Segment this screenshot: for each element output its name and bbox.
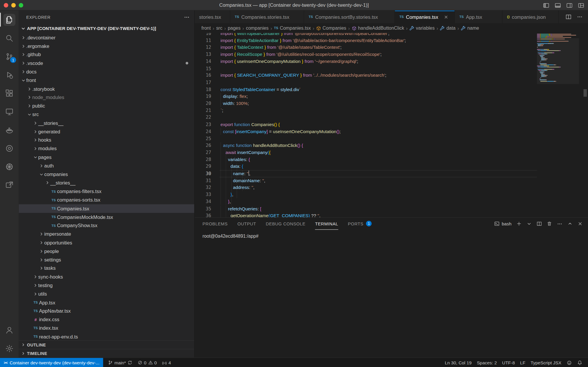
code-line[interactable]: const StyledTableContainer = styled.div`: [220, 86, 535, 93]
panel-more-actions-icon[interactable]: [557, 221, 562, 227]
breadcrumb-item-pages[interactable]: pages: [228, 26, 240, 31]
code-line[interactable]: import { WithTopBarContainer } from '@/u…: [220, 33, 535, 37]
tree-folder-pages[interactable]: pages: [19, 153, 194, 162]
code-line[interactable]: display: flex;: [220, 93, 535, 100]
new-terminal-icon[interactable]: [516, 221, 522, 227]
tree-file-AppNavbar.tsx[interactable]: TSAppNavbar.tsx: [19, 307, 194, 315]
tree-file-companies-filters.tsx[interactable]: TScompanies-filters.tsx: [19, 187, 194, 196]
activity-bar-item-live-preview[interactable]: [0, 176, 19, 194]
feedback-smiley-icon[interactable]: [564, 358, 574, 367]
editor-tab-companies.json[interactable]: {}companies.json: [502, 11, 559, 23]
breadcrumb-item-data[interactable]: data: [440, 26, 456, 31]
panel-tab-terminal[interactable]: TERMINAL: [315, 218, 338, 230]
code-line[interactable]: data: {: [220, 163, 535, 170]
panel-tab-debug-console[interactable]: DEBUG CONSOLE: [266, 218, 305, 230]
problems-item[interactable]: 0 0: [135, 358, 159, 367]
forwarded-ports-item[interactable]: 4: [159, 358, 173, 367]
editor-tab-App.tsx[interactable]: TSApp.tsx: [455, 11, 502, 23]
code-line[interactable]: await insertCompany({: [220, 149, 535, 156]
code-line[interactable]: getOperationName(GET_COMPANIES) ?? '',: [220, 212, 535, 217]
tree-folder-impersonate[interactable]: impersonate: [19, 230, 194, 238]
language-mode-item[interactable]: TypeScript JSX: [528, 358, 564, 367]
tree-folder-.storybook[interactable]: .storybook: [19, 85, 194, 93]
code-line[interactable]: variables: {: [220, 156, 535, 163]
tree-file-Companies.tsx[interactable]: TSCompanies.tsx: [19, 204, 194, 213]
breadcrumb-item-variables[interactable]: variables: [410, 26, 435, 31]
customize-layout-icon[interactable]: [578, 2, 584, 9]
activity-bar-item-remote-explorer[interactable]: [0, 102, 19, 121]
tree-folder-companies[interactable]: companies: [19, 170, 194, 179]
editor-tab-Companies.stories.tsx[interactable]: TSCompanies.stories.tsx: [230, 11, 304, 23]
code-line[interactable]: address: '',: [220, 184, 535, 191]
shell-picker[interactable]: bash: [494, 221, 512, 227]
terminal-dropdown-icon[interactable]: [527, 221, 532, 227]
outline-section[interactable]: OUTLINE: [19, 340, 194, 349]
tree-folder-__stories__[interactable]: __stories__: [19, 119, 194, 127]
tree-folder-front[interactable]: front: [19, 76, 194, 85]
tree-folder-__stories__[interactable]: __stories__: [19, 179, 194, 187]
code-line[interactable]: name: '',: [220, 170, 535, 177]
code-line[interactable]: [220, 65, 535, 72]
tree-folder-public[interactable]: public: [19, 102, 194, 110]
breadcrumb-item-front[interactable]: front: [201, 26, 211, 31]
close-window-button[interactable]: [4, 3, 8, 7]
tree-folder-settings[interactable]: settings: [19, 256, 194, 264]
timeline-section[interactable]: TIMELINE: [19, 349, 194, 357]
editor-tab-stories.tsx[interactable]: stories.tsx: [195, 11, 230, 23]
code-line[interactable]: `;: [220, 107, 535, 114]
editor-scrollbar[interactable]: [584, 89, 587, 97]
activity-bar-item-explorer[interactable]: [0, 11, 19, 29]
code-line[interactable]: },: [220, 191, 535, 198]
tree-file-CompanyShow.tsx[interactable]: TSCompanyShow.tsx: [19, 221, 194, 230]
breadcrumb-item-src[interactable]: src: [216, 26, 222, 31]
workspace-section-header[interactable]: APP [CONTAINER DEV-TWENTY-DEV (DEV-TWENT…: [19, 24, 194, 33]
tree-file-react-app-env.d.ts[interactable]: TSreact-app-env.d.ts: [19, 332, 194, 341]
split-editor-icon[interactable]: [565, 14, 571, 20]
code-line[interactable]: async function handleAddButtonClick() {: [220, 142, 535, 149]
explorer-more-actions-icon[interactable]: [184, 14, 190, 20]
editor-tab-Companies.sortBy.stories.tsx[interactable]: TSCompanies.sortBy.stories.tsx: [304, 11, 395, 23]
activity-bar-item-settings[interactable]: [0, 339, 19, 358]
code-line[interactable]: import { useInsertOneCompanyMutation } f…: [220, 58, 535, 65]
tree-folder-generated[interactable]: generated: [19, 127, 194, 136]
split-terminal-icon[interactable]: [537, 221, 542, 227]
indentation-item[interactable]: Spaces: 2: [474, 358, 500, 367]
minimize-window-button[interactable]: [11, 3, 16, 7]
code-line[interactable]: [220, 135, 535, 142]
terminal-output[interactable]: root@0a42ecd84891:/app#: [195, 230, 588, 239]
tree-folder-docs[interactable]: docs: [19, 68, 194, 76]
breadcrumb-item-Companies[interactable]: Companies: [316, 26, 346, 31]
activity-bar-item-run-and-debug[interactable]: [0, 66, 19, 84]
git-branch-item[interactable]: main*: [106, 358, 135, 367]
tree-folder-utils[interactable]: utils: [19, 290, 194, 298]
code-line[interactable]: const [insertCompany] = useInsertOneComp…: [220, 128, 535, 135]
code-line[interactable]: },: [220, 198, 535, 205]
tree-folder-opportunities[interactable]: opportunities: [19, 238, 194, 247]
tree-file-index.css[interactable]: #index.css: [19, 315, 194, 324]
zoom-window-button[interactable]: [19, 3, 23, 7]
breadcrumb-item-handleAddButtonClick[interactable]: handleAddButtonClick: [352, 26, 404, 31]
toggle-secondary-sidebar-icon[interactable]: [566, 2, 573, 9]
tree-folder-auth[interactable]: auth: [19, 162, 194, 170]
activity-bar-item-docker[interactable]: [0, 121, 19, 139]
code-line[interactable]: import { EntityTableActionBar } from '@/…: [220, 37, 535, 44]
code-line[interactable]: import { RecoilScope } from '@/ui/utilit…: [220, 51, 535, 58]
tree-folder-.github[interactable]: .github: [19, 51, 194, 59]
code-line[interactable]: width: 100%;: [220, 100, 535, 107]
tree-file-CompaniesMockMode.tsx[interactable]: TSCompaniesMockMode.tsx: [19, 213, 194, 221]
code-line[interactable]: refetchQueries: [: [220, 205, 535, 212]
editor-tab-Companies.tsx[interactable]: TSCompanies.tsx: [395, 11, 455, 23]
tree-file-companies-sorts.tsx[interactable]: TScompanies-sorts.tsx: [19, 196, 194, 204]
maximize-panel-icon[interactable]: [567, 221, 573, 227]
minimap[interactable]: [537, 33, 579, 217]
tree-folder-.devcontainer[interactable]: .devcontainer: [19, 33, 194, 42]
minimap-slider[interactable]: [537, 38, 579, 84]
tree-folder-testing[interactable]: testing: [19, 281, 194, 290]
code-line[interactable]: [220, 114, 535, 121]
close-panel-icon[interactable]: [577, 221, 583, 227]
tree-folder-hooks[interactable]: hooks: [19, 136, 194, 144]
code-line[interactable]: [220, 79, 535, 86]
activity-bar-item-accounts[interactable]: [0, 321, 19, 339]
tree-folder-sync-hooks[interactable]: sync-hooks: [19, 273, 194, 281]
close-tab-icon[interactable]: [443, 14, 448, 19]
